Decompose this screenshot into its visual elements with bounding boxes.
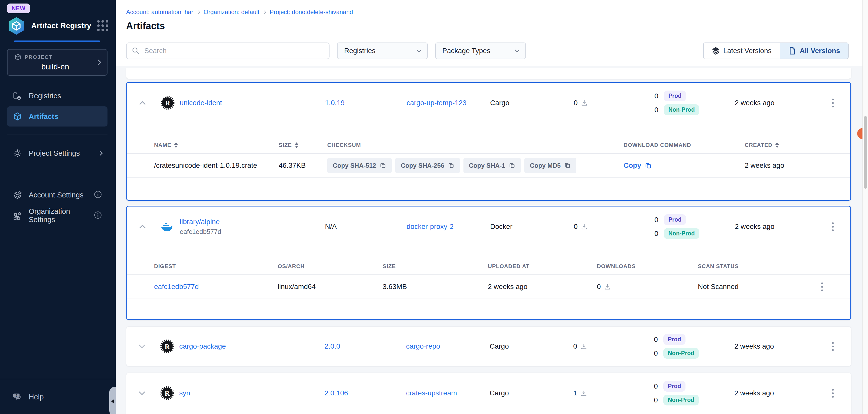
artifact-card-unicode-ident: R unicode-ident 1.0.19 cargo-up-temp-123… [126, 82, 851, 201]
organization-settings-orgchart-gear-icon [12, 211, 22, 220]
collapse-row-button[interactable] [133, 223, 152, 230]
copy-icon [380, 162, 386, 169]
layers-icon [712, 47, 720, 55]
row-actions-kebab-menu[interactable] [830, 220, 836, 234]
artifact-package-type: Cargo [490, 389, 573, 397]
artifact-package-type: Docker [490, 222, 574, 231]
artifact-download-count: 1 [573, 389, 577, 397]
sidebar-spacer [0, 164, 116, 184]
package-types-filter-dropdown[interactable]: Package Types [435, 42, 526, 59]
breadcrumb-separator-icon [197, 10, 200, 14]
expand-row-button[interactable] [132, 390, 152, 396]
breadcrumb-organization-link[interactable]: Organization: default [204, 8, 259, 15]
artifact-version-link[interactable]: 1.0.19 [325, 99, 407, 107]
scan-status: Not Scanned [698, 283, 794, 291]
sidebar-item-registries[interactable]: Registries [7, 86, 107, 106]
artifact-name-link[interactable]: cargo-package [179, 342, 226, 350]
artifact-name-link[interactable]: library/alpine [180, 218, 220, 226]
artifact-row: R syn 2.0.106 crates-upstream Cargo 1 0P… [126, 373, 851, 413]
copy-icon [509, 162, 515, 169]
all-versions-label: All Versions [800, 47, 840, 55]
artifact-download-count: 0 [573, 342, 577, 350]
chevron-down-icon [515, 48, 519, 52]
app-logo-cube-icon [7, 16, 26, 35]
sidebar-item-project-settings[interactable]: Project Settings [7, 143, 107, 163]
sidebar-item-label: Registries [29, 92, 61, 100]
column-header-created: CREATED [745, 142, 772, 148]
collapse-row-button[interactable] [133, 99, 152, 106]
search-box [126, 42, 330, 59]
prod-badge: Prod [664, 91, 686, 101]
column-header-size: SIZE [279, 142, 292, 148]
info-icon[interactable] [94, 191, 102, 200]
page-title: Artifacts [126, 21, 868, 31]
active-module-underline [14, 40, 100, 42]
row-actions-kebab-menu[interactable] [819, 280, 826, 294]
all-versions-button[interactable]: All Versions [780, 43, 848, 59]
artifact-updated: 2 weeks ago [735, 99, 815, 107]
sort-icon[interactable] [775, 142, 779, 148]
artifact-registry-link[interactable]: cargo-up-temp-123 [407, 99, 490, 107]
copy-sha-256-button[interactable]: Copy SHA-256 [395, 158, 460, 173]
gear-icon [12, 148, 22, 158]
project-selector[interactable]: PROJECT build-en [7, 49, 107, 76]
artifact-registry-link[interactable]: docker-proxy-2 [407, 222, 490, 231]
digest-link[interactable]: eafc1edb577d [154, 283, 278, 291]
files-table: NAME SIZE CHECKSUM DOWNLOAD COMMAND CREA… [127, 137, 850, 178]
scrolled-card-remnant [126, 68, 851, 79]
sidebar-item-help[interactable]: ? Help [7, 387, 107, 407]
sort-icon[interactable] [295, 142, 298, 148]
artifact-registry-link[interactable]: crates-upstream [406, 389, 490, 397]
expand-row-button[interactable] [132, 343, 152, 350]
copy-download-command-link[interactable]: Copy [624, 162, 745, 170]
search-input[interactable] [126, 42, 330, 59]
registries-filter-dropdown[interactable]: Registries [337, 42, 428, 59]
latest-versions-button[interactable]: Latest Versions [704, 43, 779, 59]
artifact-version-link[interactable]: 2.0.0 [324, 342, 406, 350]
artifact-package-type: Cargo [490, 342, 573, 350]
artifact-name-link[interactable]: syn [179, 389, 190, 397]
cargo-rust-icon: R [160, 386, 174, 400]
artifact-version-link[interactable]: 2.0.106 [324, 389, 406, 397]
sort-icon[interactable] [174, 142, 178, 148]
file-size: 46.37KB [279, 162, 327, 170]
sidebar-item-account-settings[interactable]: Account Settings [7, 185, 107, 205]
artifact-registry-link[interactable]: cargo-repo [406, 342, 490, 350]
new-badge: NEW [7, 3, 30, 13]
project-name: build-en [14, 62, 96, 71]
sidebar-item-label: Help [29, 393, 44, 401]
module-grid-icon[interactable] [97, 20, 108, 31]
digest-uploaded-at: 2 weeks ago [488, 283, 597, 291]
copy-md5-button[interactable]: Copy MD5 [524, 158, 576, 173]
artifact-download-count: 0 [574, 99, 578, 107]
registries-folder-icon [12, 91, 22, 101]
copy-sha-1-button[interactable]: Copy SHA-1 [463, 158, 521, 173]
download-icon [580, 390, 587, 396]
registries-filter-label: Registries [344, 47, 375, 55]
svg-text:R: R [165, 99, 170, 107]
sidebar-item-label: Project Settings [29, 149, 80, 158]
versions-table: DIGEST OS/ARCH SIZE UPLOADED AT DOWNLOAD… [127, 258, 850, 299]
sidebar-item-organization-settings[interactable]: Organization Settings [7, 206, 107, 226]
copy-sha-512-button[interactable]: Copy SHA-512 [327, 158, 392, 173]
sidebar-footer-divider [0, 379, 116, 379]
artifact-row: R unicode-ident 1.0.19 cargo-up-temp-123… [127, 83, 850, 123]
row-actions-kebab-menu[interactable] [830, 386, 836, 400]
app-title: Artifact Registry [31, 22, 97, 30]
sidebar-collapse-handle[interactable] [109, 387, 116, 414]
breadcrumb-account-link[interactable]: Account: automation_har [126, 8, 193, 15]
download-icon [604, 283, 611, 290]
row-actions-kebab-menu[interactable] [830, 340, 836, 353]
artifact-row: library/alpine eafc1edb577d N/A docker-p… [127, 207, 850, 247]
breadcrumb-project-link[interactable]: Project: donotdelete-shivanand [270, 8, 353, 15]
artifact-name-link[interactable]: unicode-ident [180, 99, 222, 107]
chevron-down-icon [139, 342, 145, 348]
row-actions-kebab-menu[interactable] [830, 96, 836, 110]
project-cube-icon [14, 53, 22, 61]
package-types-filter-label: Package Types [442, 47, 490, 55]
prod-deployment-count: 0 [651, 336, 658, 344]
info-icon[interactable] [94, 211, 102, 220]
sidebar-item-artifacts[interactable]: Artifacts [7, 106, 107, 127]
collapse-left-arrow-icon [111, 399, 114, 404]
scrollbar-thumb[interactable] [864, 116, 867, 188]
